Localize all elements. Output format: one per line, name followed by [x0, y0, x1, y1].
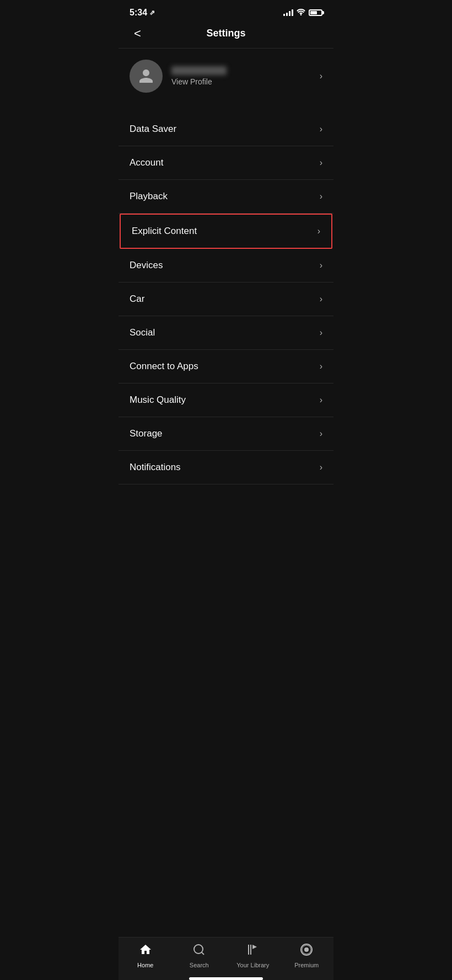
- settings-item-social[interactable]: Social›: [119, 316, 333, 350]
- settings-item-music-quality[interactable]: Music Quality›: [119, 384, 333, 417]
- settings-item-data-saver[interactable]: Data Saver›: [119, 113, 333, 146]
- settings-chevron-connect-to-apps: ›: [320, 361, 322, 371]
- settings-chevron-devices: ›: [320, 260, 322, 270]
- status-bar: 5:34 ⇗: [119, 0, 333, 22]
- settings-chevron-playback: ›: [320, 191, 322, 201]
- settings-label-playback: Playback: [130, 191, 168, 202]
- settings-item-devices[interactable]: Devices›: [119, 249, 333, 283]
- settings-chevron-storage: ›: [320, 429, 322, 439]
- status-icons: [283, 8, 322, 17]
- profile-name-blurred: [171, 66, 227, 75]
- profile-chevron-icon: ›: [320, 71, 322, 81]
- settings-item-storage[interactable]: Storage›: [119, 417, 333, 451]
- settings-chevron-account: ›: [320, 158, 322, 168]
- avatar: [130, 60, 163, 93]
- settings-item-connect-to-apps[interactable]: Connect to Apps›: [119, 350, 333, 384]
- status-time: 5:34 ⇗: [130, 8, 155, 18]
- settings-label-notifications: Notifications: [130, 462, 181, 473]
- settings-label-account: Account: [130, 157, 163, 168]
- settings-item-playback[interactable]: Playback›: [119, 180, 333, 214]
- back-button[interactable]: <: [130, 24, 146, 43]
- settings-chevron-notifications: ›: [320, 462, 322, 472]
- settings-chevron-social: ›: [320, 328, 322, 338]
- settings-label-music-quality: Music Quality: [130, 395, 186, 406]
- time-display: 5:34: [130, 8, 147, 18]
- svg-point-0: [300, 14, 302, 15]
- settings-list: Data Saver›Account›Playback›Explicit Con…: [119, 113, 333, 484]
- settings-label-explicit-content: Explicit Content: [132, 226, 197, 237]
- settings-item-car[interactable]: Car›: [119, 283, 333, 316]
- settings-label-social: Social: [130, 327, 155, 338]
- signal-bars-icon: [283, 9, 293, 16]
- settings-chevron-explicit-content: ›: [318, 226, 320, 236]
- settings-item-notifications[interactable]: Notifications›: [119, 451, 333, 484]
- nav-bar: < Settings: [119, 22, 333, 48]
- profile-info: View Profile: [171, 66, 227, 86]
- location-icon: ⇗: [149, 9, 155, 17]
- battery-icon: [309, 9, 322, 16]
- settings-chevron-car: ›: [320, 294, 322, 304]
- profile-left: View Profile: [130, 60, 227, 93]
- wifi-icon: [297, 8, 305, 17]
- settings-label-connect-to-apps: Connect to Apps: [130, 361, 198, 372]
- settings-label-data-saver: Data Saver: [130, 124, 176, 135]
- settings-chevron-data-saver: ›: [320, 124, 322, 134]
- profile-section[interactable]: View Profile ›: [119, 49, 333, 104]
- page-title: Settings: [206, 28, 245, 39]
- settings-chevron-music-quality: ›: [320, 395, 322, 405]
- settings-label-storage: Storage: [130, 428, 163, 439]
- view-profile-label: View Profile: [171, 77, 227, 86]
- settings-label-devices: Devices: [130, 260, 163, 271]
- settings-item-explicit-content[interactable]: Explicit Content›: [120, 214, 332, 249]
- settings-label-car: Car: [130, 294, 144, 305]
- settings-item-account[interactable]: Account›: [119, 146, 333, 180]
